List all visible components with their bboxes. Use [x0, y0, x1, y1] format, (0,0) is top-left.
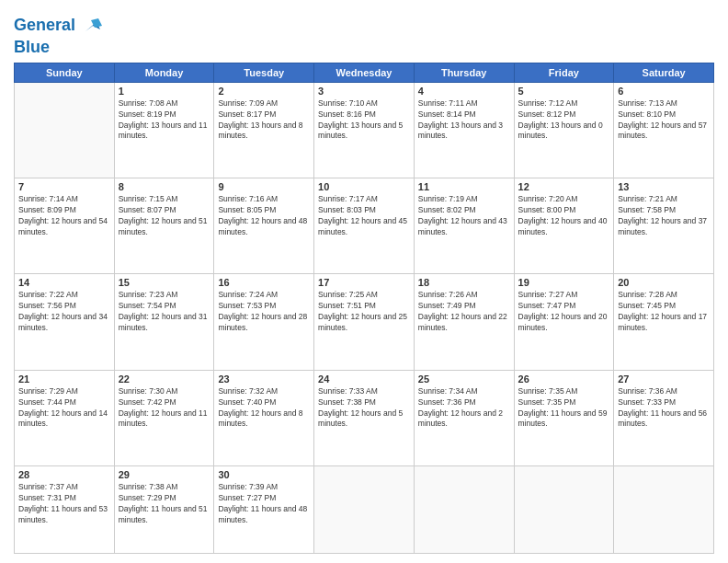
calendar-cell: 9Sunrise: 7:16 AMSunset: 8:05 PMDaylight…: [214, 178, 314, 274]
day-info: Sunrise: 7:13 AMSunset: 8:10 PMDaylight:…: [618, 98, 710, 143]
day-info: Sunrise: 7:24 AMSunset: 7:53 PMDaylight:…: [218, 290, 310, 334]
day-info: Sunrise: 7:37 AMSunset: 7:31 PMDaylight:…: [18, 482, 110, 526]
day-number: 25: [418, 373, 510, 385]
day-info: Sunrise: 7:28 AMSunset: 7:45 PMDaylight:…: [618, 290, 710, 334]
day-number: 16: [218, 277, 310, 288]
day-info: Sunrise: 7:38 AMSunset: 7:29 PMDaylight:…: [119, 482, 210, 526]
day-info: Sunrise: 7:39 AMSunset: 7:27 PMDaylight:…: [218, 482, 310, 526]
calendar-cell: 3Sunrise: 7:10 AMSunset: 8:16 PMDaylight…: [314, 82, 415, 178]
calendar-week-row: 28Sunrise: 7:37 AMSunset: 7:31 PMDayligh…: [15, 466, 714, 554]
day-info: Sunrise: 7:23 AMSunset: 7:54 PMDaylight:…: [119, 290, 210, 334]
calendar-table: SundayMondayTuesdayWednesdayThursdayFrid…: [14, 63, 714, 554]
day-number: 26: [518, 373, 610, 385]
calendar-cell: 30Sunrise: 7:39 AMSunset: 7:27 PMDayligh…: [214, 466, 314, 554]
day-number: 6: [618, 86, 710, 97]
calendar-cell: 24Sunrise: 7:33 AMSunset: 7:38 PMDayligh…: [314, 370, 415, 465]
day-info: Sunrise: 7:35 AMSunset: 7:35 PMDaylight:…: [518, 386, 610, 431]
calendar-cell: [314, 466, 415, 554]
day-info: Sunrise: 7:10 AMSunset: 8:16 PMDaylight:…: [318, 98, 410, 143]
calendar-cell: 10Sunrise: 7:17 AMSunset: 8:03 PMDayligh…: [314, 178, 415, 274]
calendar-cell: 4Sunrise: 7:11 AMSunset: 8:14 PMDaylight…: [414, 82, 514, 178]
calendar-cell: 2Sunrise: 7:09 AMSunset: 8:17 PMDaylight…: [214, 82, 314, 178]
day-number: 1: [119, 86, 210, 97]
calendar-cell: 25Sunrise: 7:34 AMSunset: 7:36 PMDayligh…: [414, 370, 514, 465]
day-number: 22: [119, 373, 210, 385]
day-info: Sunrise: 7:36 AMSunset: 7:33 PMDaylight:…: [618, 386, 710, 431]
calendar-cell: [614, 466, 714, 554]
header: General Blue: [14, 9, 714, 57]
day-number: 2: [218, 86, 310, 97]
day-number: 19: [518, 277, 610, 288]
day-number: 15: [119, 277, 210, 288]
day-number: 24: [318, 373, 410, 385]
day-number: 29: [119, 469, 210, 480]
calendar-cell: 16Sunrise: 7:24 AMSunset: 7:53 PMDayligh…: [214, 274, 314, 370]
day-info: Sunrise: 7:29 AMSunset: 7:44 PMDaylight:…: [18, 386, 110, 431]
day-number: 14: [18, 277, 110, 288]
calendar-cell: 18Sunrise: 7:26 AMSunset: 7:49 PMDayligh…: [414, 274, 514, 370]
logo-icon: [78, 13, 104, 39]
day-info: Sunrise: 7:12 AMSunset: 8:12 PMDaylight:…: [518, 98, 610, 143]
day-number: 17: [318, 277, 410, 288]
calendar-cell: [514, 466, 614, 554]
day-number: 30: [218, 469, 310, 480]
day-number: 11: [418, 181, 510, 192]
calendar-day-header: Tuesday: [214, 63, 314, 82]
day-info: Sunrise: 7:21 AMSunset: 7:58 PMDaylight:…: [618, 194, 710, 238]
day-info: Sunrise: 7:30 AMSunset: 7:42 PMDaylight:…: [119, 386, 210, 431]
day-number: 12: [518, 181, 610, 192]
calendar-week-row: 7Sunrise: 7:14 AMSunset: 8:09 PMDaylight…: [15, 178, 714, 274]
day-number: 21: [18, 373, 110, 385]
calendar-cell: 21Sunrise: 7:29 AMSunset: 7:44 PMDayligh…: [15, 370, 115, 465]
calendar-cell: 22Sunrise: 7:30 AMSunset: 7:42 PMDayligh…: [114, 370, 214, 465]
calendar-cell: 11Sunrise: 7:19 AMSunset: 8:02 PMDayligh…: [414, 178, 514, 274]
day-info: Sunrise: 7:08 AMSunset: 8:19 PMDaylight:…: [119, 98, 210, 143]
calendar-cell: 23Sunrise: 7:32 AMSunset: 7:40 PMDayligh…: [214, 370, 314, 465]
day-number: 28: [18, 469, 110, 480]
day-info: Sunrise: 7:14 AMSunset: 8:09 PMDaylight:…: [18, 194, 110, 238]
day-info: Sunrise: 7:25 AMSunset: 7:51 PMDaylight:…: [318, 290, 410, 334]
day-number: 27: [618, 373, 710, 385]
day-info: Sunrise: 7:09 AMSunset: 8:17 PMDaylight:…: [218, 98, 310, 143]
calendar-cell: 1Sunrise: 7:08 AMSunset: 8:19 PMDaylight…: [114, 82, 214, 178]
calendar-day-header: Sunday: [15, 63, 115, 82]
day-info: Sunrise: 7:22 AMSunset: 7:56 PMDaylight:…: [18, 290, 110, 334]
calendar-cell: 7Sunrise: 7:14 AMSunset: 8:09 PMDaylight…: [15, 178, 115, 274]
day-number: 4: [418, 86, 510, 97]
calendar-cell: 28Sunrise: 7:37 AMSunset: 7:31 PMDayligh…: [15, 466, 115, 554]
calendar-day-header: Monday: [114, 63, 214, 82]
calendar-cell: [15, 82, 115, 178]
calendar-week-row: 21Sunrise: 7:29 AMSunset: 7:44 PMDayligh…: [15, 370, 714, 465]
day-info: Sunrise: 7:34 AMSunset: 7:36 PMDaylight:…: [418, 386, 510, 431]
calendar-week-row: 14Sunrise: 7:22 AMSunset: 7:56 PMDayligh…: [15, 274, 714, 370]
page: General Blue SundayMondayTuesdayWednesda…: [0, 0, 728, 563]
svg-marker-1: [91, 18, 102, 28]
calendar-cell: 8Sunrise: 7:15 AMSunset: 8:07 PMDaylight…: [114, 178, 214, 274]
logo-text: General: [14, 17, 75, 35]
calendar-cell: 6Sunrise: 7:13 AMSunset: 8:10 PMDaylight…: [614, 82, 714, 178]
day-info: Sunrise: 7:33 AMSunset: 7:38 PMDaylight:…: [318, 386, 410, 431]
day-number: 5: [518, 86, 610, 97]
day-info: Sunrise: 7:26 AMSunset: 7:49 PMDaylight:…: [418, 290, 510, 334]
day-info: Sunrise: 7:19 AMSunset: 8:02 PMDaylight:…: [418, 194, 510, 238]
day-number: 13: [618, 181, 710, 192]
logo-text-blue: Blue: [14, 39, 104, 57]
calendar-week-row: 1Sunrise: 7:08 AMSunset: 8:19 PMDaylight…: [15, 82, 714, 178]
day-number: 8: [119, 181, 210, 192]
calendar-cell: 26Sunrise: 7:35 AMSunset: 7:35 PMDayligh…: [514, 370, 614, 465]
calendar-cell: 27Sunrise: 7:36 AMSunset: 7:33 PMDayligh…: [614, 370, 714, 465]
calendar-day-header: Thursday: [414, 63, 514, 82]
day-info: Sunrise: 7:20 AMSunset: 8:00 PMDaylight:…: [518, 194, 610, 238]
day-number: 9: [218, 181, 310, 192]
day-number: 20: [618, 277, 710, 288]
day-info: Sunrise: 7:17 AMSunset: 8:03 PMDaylight:…: [318, 194, 410, 238]
calendar-cell: 19Sunrise: 7:27 AMSunset: 7:47 PMDayligh…: [514, 274, 614, 370]
calendar-day-header: Friday: [514, 63, 614, 82]
calendar-day-header: Saturday: [614, 63, 714, 82]
calendar-cell: 29Sunrise: 7:38 AMSunset: 7:29 PMDayligh…: [114, 466, 214, 554]
calendar-cell: [414, 466, 514, 554]
day-number: 7: [18, 181, 110, 192]
day-number: 10: [318, 181, 410, 192]
calendar-cell: 20Sunrise: 7:28 AMSunset: 7:45 PMDayligh…: [614, 274, 714, 370]
calendar-day-header: Wednesday: [314, 63, 415, 82]
